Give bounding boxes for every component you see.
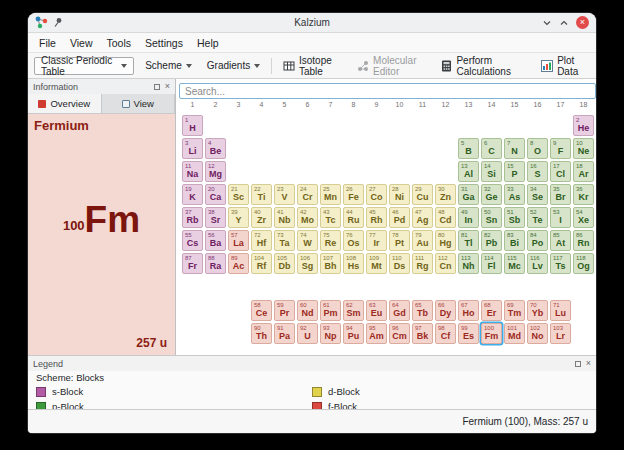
element-cell-Na[interactable]: 11Na — [182, 161, 203, 182]
element-cell-Cs[interactable]: 55Cs — [182, 230, 203, 251]
element-cell-Db[interactable]: 105Db — [274, 253, 295, 274]
element-cell-Ta[interactable]: 73Ta — [274, 230, 295, 251]
element-cell-Pm[interactable]: 61Pm — [320, 300, 341, 321]
element-cell-Br[interactable]: 35Br — [550, 184, 571, 205]
element-cell-Np[interactable]: 93Np — [320, 323, 341, 344]
element-cell-Ni[interactable]: 28Ni — [389, 184, 410, 205]
element-cell-Al[interactable]: 13Al — [458, 161, 479, 182]
element-cell-B[interactable]: 5B — [458, 138, 479, 159]
element-cell-Bh[interactable]: 107Bh — [320, 253, 341, 274]
element-cell-Lv[interactable]: 116Lv — [527, 253, 548, 274]
element-cell-Og[interactable]: 118Og — [573, 253, 594, 274]
element-cell-Zn[interactable]: 30Zn — [435, 184, 456, 205]
element-cell-Rg[interactable]: 111Rg — [412, 253, 433, 274]
element-cell-Mo[interactable]: 42Mo — [297, 207, 318, 228]
search-input[interactable] — [179, 83, 596, 99]
element-cell-Ce[interactable]: 58Ce — [251, 300, 272, 321]
element-cell-Ti[interactable]: 22Ti — [251, 184, 272, 205]
table-type-select[interactable]: Classic Periodic Table — [34, 57, 134, 75]
element-cell-Yb[interactable]: 70Yb — [527, 300, 548, 321]
element-cell-Au[interactable]: 79Au — [412, 230, 433, 251]
element-cell-Tl[interactable]: 81Tl — [458, 230, 479, 251]
element-cell-Ne[interactable]: 10Ne — [573, 138, 594, 159]
element-cell-Be[interactable]: 4Be — [205, 138, 226, 159]
element-cell-Fe[interactable]: 26Fe — [343, 184, 364, 205]
element-cell-La[interactable]: 57La — [228, 230, 249, 251]
element-cell-Rh[interactable]: 45Rh — [366, 207, 387, 228]
element-cell-Ir[interactable]: 77Ir — [366, 230, 387, 251]
element-cell-Ca[interactable]: 20Ca — [205, 184, 226, 205]
element-cell-C[interactable]: 6C — [481, 138, 502, 159]
element-cell-Xe[interactable]: 54Xe — [573, 207, 594, 228]
element-cell-Rf[interactable]: 104Rf — [251, 253, 272, 274]
tab-overview[interactable]: Overview — [28, 94, 102, 113]
element-cell-Es[interactable]: 99Es — [458, 323, 479, 344]
element-cell-Zr[interactable]: 40Zr — [251, 207, 272, 228]
menu-settings[interactable]: Settings — [138, 37, 190, 49]
element-cell-Pt[interactable]: 78Pt — [389, 230, 410, 251]
menu-view[interactable]: View — [63, 37, 100, 49]
element-cell-He[interactable]: 2He — [573, 115, 594, 136]
element-cell-Os[interactable]: 76Os — [343, 230, 364, 251]
element-cell-Mg[interactable]: 12Mg — [205, 161, 226, 182]
isotope-table-button[interactable]: Isotope Table — [279, 56, 346, 76]
element-cell-Cu[interactable]: 29Cu — [412, 184, 433, 205]
element-cell-Dy[interactable]: 66Dy — [435, 300, 456, 321]
element-cell-Hf[interactable]: 72Hf — [251, 230, 272, 251]
element-cell-K[interactable]: 19K — [182, 184, 203, 205]
element-cell-Po[interactable]: 84Po — [527, 230, 548, 251]
element-cell-Sc[interactable]: 21Sc — [228, 184, 249, 205]
element-cell-Ru[interactable]: 44Ru — [343, 207, 364, 228]
titlebar[interactable]: Kalzium × — [28, 13, 596, 33]
element-cell-Cm[interactable]: 96Cm — [389, 323, 410, 344]
element-cell-Si[interactable]: 14Si — [481, 161, 502, 182]
element-cell-Gd[interactable]: 64Gd — [389, 300, 410, 321]
perform-calculations-button[interactable]: Perform Calculations — [437, 56, 530, 76]
element-cell-Li[interactable]: 3Li — [182, 138, 203, 159]
scheme-dropdown[interactable]: Scheme — [141, 56, 196, 76]
element-cell-Lu[interactable]: 71Lu — [550, 300, 571, 321]
element-cell-Ar[interactable]: 18Ar — [573, 161, 594, 182]
element-cell-V[interactable]: 23V — [274, 184, 295, 205]
element-cell-O[interactable]: 8O — [527, 138, 548, 159]
close-dock-icon[interactable]: × — [165, 82, 170, 91]
element-cell-Bk[interactable]: 97Bk — [412, 323, 433, 344]
menu-tools[interactable]: Tools — [100, 37, 139, 49]
element-cell-Pu[interactable]: 94Pu — [343, 323, 364, 344]
element-cell-Tb[interactable]: 65Tb — [412, 300, 433, 321]
plot-data-button[interactable]: Plot Data — [537, 56, 590, 76]
element-cell-Tm[interactable]: 69Tm — [504, 300, 525, 321]
element-cell-No[interactable]: 102No — [527, 323, 548, 344]
element-cell-Sm[interactable]: 62Sm — [343, 300, 364, 321]
element-cell-Er[interactable]: 68Er — [481, 300, 502, 321]
element-cell-Ra[interactable]: 88Ra — [205, 253, 226, 274]
element-cell-Am[interactable]: 95Am — [366, 323, 387, 344]
gradients-dropdown[interactable]: Gradients — [203, 56, 264, 76]
element-cell-In[interactable]: 49In — [458, 207, 479, 228]
element-cell-Ds[interactable]: 110Ds — [389, 253, 410, 274]
element-cell-Mc[interactable]: 115Mc — [504, 253, 525, 274]
element-cell-Sb[interactable]: 51Sb — [504, 207, 525, 228]
element-cell-Ts[interactable]: 117Ts — [550, 253, 571, 274]
element-cell-Eu[interactable]: 63Eu — [366, 300, 387, 321]
element-cell-Ge[interactable]: 32Ge — [481, 184, 502, 205]
element-cell-U[interactable]: 92U — [297, 323, 318, 344]
element-cell-Mt[interactable]: 109Mt — [366, 253, 387, 274]
element-cell-Ac[interactable]: 89Ac — [228, 253, 249, 274]
element-cell-W[interactable]: 74W — [297, 230, 318, 251]
close-dock-icon[interactable]: × — [586, 359, 591, 368]
element-cell-N[interactable]: 7N — [504, 138, 525, 159]
element-cell-Ho[interactable]: 67Ho — [458, 300, 479, 321]
minimize-button[interactable] — [542, 19, 552, 27]
element-cell-Sn[interactable]: 50Sn — [481, 207, 502, 228]
element-cell-Ga[interactable]: 31Ga — [458, 184, 479, 205]
element-cell-Cf[interactable]: 98Cf — [435, 323, 456, 344]
element-cell-Se[interactable]: 34Se — [527, 184, 548, 205]
element-cell-Fl[interactable]: 114Fl — [481, 253, 502, 274]
element-cell-Rb[interactable]: 37Rb — [182, 207, 203, 228]
element-cell-Fr[interactable]: 87Fr — [182, 253, 203, 274]
element-cell-Ba[interactable]: 56Ba — [205, 230, 226, 251]
element-cell-Sg[interactable]: 106Sg — [297, 253, 318, 274]
element-cell-Bi[interactable]: 83Bi — [504, 230, 525, 251]
element-cell-As[interactable]: 33As — [504, 184, 525, 205]
